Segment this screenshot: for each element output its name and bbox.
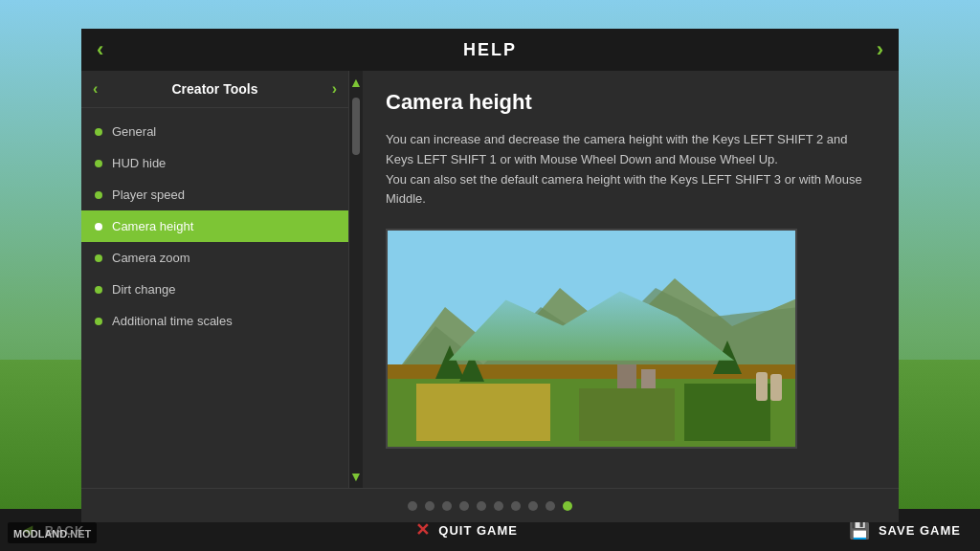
article-image <box>386 229 797 449</box>
svg-rect-6 <box>579 388 675 441</box>
dot-icon <box>95 128 102 136</box>
article-title: Camera height <box>386 90 876 115</box>
sidebar-item-label: Additional time scales <box>112 314 233 328</box>
modland-suffix: .NET <box>67 528 91 540</box>
sidebar-item-general[interactable]: General <box>81 116 348 147</box>
sidebar-title: Creator Tools <box>172 81 258 97</box>
sidebar-item-label: Player speed <box>112 187 185 202</box>
dot-icon <box>95 286 102 294</box>
sidebar-item-additional-time-scales[interactable]: Additional time scales <box>81 305 348 337</box>
pagination-dot-5[interactable] <box>494 501 503 511</box>
pagination-dot-4[interactable] <box>477 501 486 511</box>
dot-icon <box>95 160 102 167</box>
save-icon: 💾 <box>849 519 871 540</box>
quit-label: QUIT GAME <box>438 523 518 538</box>
svg-rect-14 <box>770 374 782 401</box>
sidebar-item-label: Dirt change <box>112 282 175 297</box>
dialog-header: ‹ HELP › <box>81 29 899 71</box>
quit-button[interactable]: ✕ QUIT GAME <box>415 519 518 540</box>
svg-rect-11 <box>617 364 636 388</box>
sidebar-wrapper: ‹ Creator Tools › GeneralHUD hidePlayer … <box>81 71 363 488</box>
nav-right-button[interactable]: › <box>861 37 899 62</box>
main-content: Camera height You can increase and decre… <box>363 71 899 488</box>
pagination-dot-2[interactable] <box>442 501 452 511</box>
dialog-title: HELP <box>463 40 517 60</box>
pagination-dot-6[interactable] <box>511 501 521 511</box>
sidebar-items: GeneralHUD hidePlayer speedCamera height… <box>81 108 348 488</box>
pagination <box>81 488 899 522</box>
article-body-1: You can increase and decrease the camera… <box>386 130 876 209</box>
sidebar-scrollbar: ▲ ▼ <box>349 71 363 488</box>
sidebar-left-arrow[interactable]: ‹ <box>93 80 98 98</box>
pagination-dot-3[interactable] <box>459 501 469 511</box>
sidebar-item-dirt-change[interactable]: Dirt change <box>81 274 348 305</box>
sidebar-item-label: Camera zoom <box>112 251 190 265</box>
dialog: ‹ HELP › ‹ Creator Tools › GeneralHUD hi… <box>81 29 899 522</box>
svg-rect-13 <box>756 372 768 401</box>
sidebar-item-label: General <box>112 124 156 139</box>
nav-left-button[interactable]: ‹ <box>81 37 119 62</box>
scroll-up-icon[interactable]: ▲ <box>349 75 363 90</box>
scrollbar-thumb <box>352 98 360 155</box>
modland-logo: MODLAND.NET <box>8 522 97 543</box>
scroll-down-icon[interactable]: ▼ <box>349 469 363 484</box>
pagination-dot-0[interactable] <box>408 501 417 511</box>
sidebar-item-camera-height[interactable]: Camera height <box>81 210 348 242</box>
sidebar-right-arrow[interactable]: › <box>332 80 337 98</box>
svg-rect-12 <box>641 369 656 388</box>
pagination-dot-1[interactable] <box>425 501 434 511</box>
sidebar-header: ‹ Creator Tools › <box>81 71 348 108</box>
save-button[interactable]: 💾 SAVE GAME <box>849 519 961 540</box>
sidebar-item-label: HUD hide <box>112 156 166 170</box>
quit-icon: ✕ <box>415 519 431 540</box>
save-label: SAVE GAME <box>879 523 961 538</box>
svg-rect-5 <box>416 384 550 441</box>
dot-icon <box>95 254 102 262</box>
sidebar-item-player-speed[interactable]: Player speed <box>81 179 348 210</box>
dot-icon <box>95 318 102 325</box>
dot-icon <box>95 223 102 231</box>
pagination-dot-7[interactable] <box>528 501 538 511</box>
dot-icon <box>95 191 102 199</box>
sidebar-item-label: Camera height <box>112 219 193 233</box>
pagination-dot-8[interactable] <box>546 501 555 511</box>
sidebar-item-camera-zoom[interactable]: Camera zoom <box>81 242 348 274</box>
dialog-content: ‹ Creator Tools › GeneralHUD hidePlayer … <box>81 71 899 488</box>
sidebar-item-hud-hide[interactable]: HUD hide <box>81 147 348 179</box>
sidebar: ‹ Creator Tools › GeneralHUD hidePlayer … <box>81 71 349 488</box>
pagination-dot-9[interactable] <box>563 501 572 511</box>
